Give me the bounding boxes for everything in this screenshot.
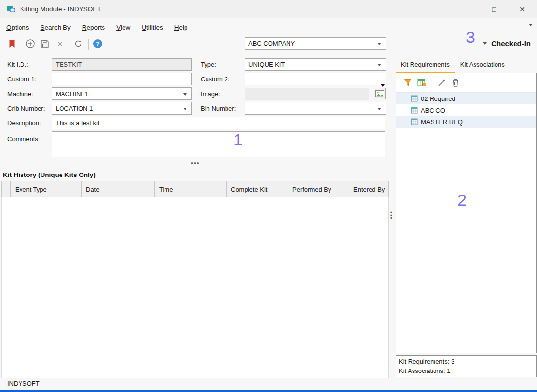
menu-reports[interactable]: Reports xyxy=(82,22,110,33)
machine-combo[interactable]: MACHINE1 xyxy=(52,87,192,100)
image-field[interactable] xyxy=(245,88,369,100)
svg-text:?: ? xyxy=(96,41,99,48)
menu-utilities[interactable]: Utilities xyxy=(142,22,168,33)
bottom-accent-strip xyxy=(0,390,537,392)
toolbar-separator xyxy=(88,39,89,50)
add-button[interactable] xyxy=(24,38,37,50)
right-panel-tabs: Kit Requirements Kit Associations xyxy=(396,58,511,74)
comments-field[interactable] xyxy=(52,131,385,157)
column-header-performed-by[interactable]: Performed By xyxy=(288,181,349,197)
menu-search-by[interactable]: Search By xyxy=(41,22,76,33)
delete-button[interactable] xyxy=(53,38,66,50)
requirement-grid-icon xyxy=(410,95,418,102)
company-combo[interactable]: ABC COMPANY xyxy=(245,37,386,50)
tab-kit-associations[interactable]: Kit Associations xyxy=(455,58,511,74)
status-chevron-down-icon[interactable] xyxy=(483,42,487,45)
kit-status: Checked-In xyxy=(483,39,531,48)
maximize-button[interactable]: □ xyxy=(480,0,508,18)
trash-icon xyxy=(452,78,459,87)
row-selector-header xyxy=(2,181,11,197)
custom1-field[interactable] xyxy=(52,73,192,85)
annotation-2: 2 xyxy=(457,191,467,210)
window-title: Kitting Module - INDYSOFT xyxy=(20,5,101,13)
refresh-button[interactable] xyxy=(72,38,84,50)
requirement-grid-icon xyxy=(410,118,418,125)
filter-icon xyxy=(404,79,413,87)
kit-history-body xyxy=(1,197,389,378)
column-header-event-type[interactable]: Event Type xyxy=(11,181,82,197)
machine-label: Machine: xyxy=(7,90,33,98)
horizontal-splitter-handle[interactable]: ••• xyxy=(191,159,200,167)
kit-associations-count: Kit Associations: 1 xyxy=(399,366,534,375)
column-header-date[interactable]: Date xyxy=(82,181,155,197)
bookmark-icon xyxy=(8,39,16,48)
status-bar: INDYSOFT xyxy=(0,377,537,390)
bookmark-button[interactable] xyxy=(5,38,18,50)
crib-number-combo[interactable]: LOCATION 1 xyxy=(52,102,192,115)
help-icon: ? xyxy=(93,39,103,49)
add-icon xyxy=(25,39,35,49)
chevron-down-icon xyxy=(377,108,381,110)
toolbar-separator xyxy=(21,39,21,50)
minimize-button[interactable]: – xyxy=(452,0,480,18)
kit-history-header: Event Type Date Time Complete Kit Perfor… xyxy=(1,181,389,197)
close-button[interactable]: ✕ xyxy=(508,0,537,18)
requirements-toolbar xyxy=(396,73,536,93)
tab-kit-requirements[interactable]: Kit Requirements xyxy=(396,58,455,74)
column-header-complete-kit[interactable]: Complete Kit xyxy=(227,181,288,197)
kit-history-table: Event Type Date Time Complete Kit Perfor… xyxy=(1,181,389,378)
requirement-item[interactable]: ABC CO xyxy=(396,104,536,116)
type-label: Type: xyxy=(201,61,216,68)
window-controls: – □ ✕ xyxy=(452,0,537,18)
title-bar: Kitting Module - INDYSOFT – □ ✕ xyxy=(0,0,537,18)
menu-overflow-chevron-icon[interactable] xyxy=(529,24,533,26)
comments-label: Comments: xyxy=(7,136,40,143)
image-picker-button[interactable] xyxy=(374,88,386,99)
chevron-down-icon xyxy=(377,43,381,45)
statusbar-text: INDYSOFT xyxy=(7,380,40,387)
bin-number-combo[interactable] xyxy=(245,102,386,115)
crib-number-label: Crib Number: xyxy=(7,105,45,112)
kit-id-field[interactable] xyxy=(52,58,192,71)
image-label: Image: xyxy=(201,90,220,98)
app-icon xyxy=(6,5,16,14)
menu-help[interactable]: Help xyxy=(174,22,193,33)
refresh-icon xyxy=(74,39,83,48)
delete-requirement-button[interactable] xyxy=(449,77,462,89)
edit-wand-button[interactable] xyxy=(435,77,449,89)
toolbar-separator xyxy=(432,78,432,88)
vertical-splitter-handle[interactable]: ••• xyxy=(389,211,393,220)
custom2-label: Custom 2: xyxy=(201,76,229,83)
custom2-field[interactable] xyxy=(245,73,386,85)
description-field[interactable] xyxy=(52,117,385,129)
save-button[interactable] xyxy=(39,38,51,50)
column-header-time[interactable]: Time xyxy=(155,181,227,197)
machine-combo-value: MACHINE1 xyxy=(56,90,88,98)
requirement-item[interactable]: 02 Required xyxy=(396,93,536,104)
crib-number-combo-value: LOCATION 1 xyxy=(56,105,93,112)
kit-requirements-count: Kit Requirements: 3 xyxy=(399,357,534,366)
chevron-down-icon xyxy=(183,93,187,96)
kit-id-label: Kit I.D.: xyxy=(7,61,28,68)
requirement-grid-icon xyxy=(410,107,418,114)
menu-options[interactable]: Options xyxy=(6,22,35,33)
requirements-summary: Kit Requirements: 3 Kit Associations: 1 xyxy=(396,355,537,377)
type-combo[interactable]: UNIQUE KIT xyxy=(245,58,386,71)
filter-button[interactable] xyxy=(401,77,415,89)
kit-requirements-panel: 02 Required ABC CO MASTER REQ xyxy=(396,73,537,353)
help-button[interactable]: ? xyxy=(91,38,104,50)
description-label: Description: xyxy=(7,119,41,127)
column-header-entered-by[interactable]: Entered By xyxy=(349,181,388,197)
company-combo-value: ABC COMPANY xyxy=(248,40,295,47)
image-menu-triangle-icon[interactable] xyxy=(381,84,385,87)
image-icon xyxy=(375,90,384,97)
menu-bar: Options Search By Reports View Utilities… xyxy=(0,20,537,35)
bin-number-label: Bin Number: xyxy=(201,105,236,112)
menu-view[interactable]: View xyxy=(116,22,136,33)
requirement-item[interactable]: MASTER REQ xyxy=(396,116,536,128)
requirement-label: 02 Required xyxy=(421,95,455,102)
grid-columns-icon xyxy=(417,79,426,87)
requirement-label: MASTER REQ xyxy=(421,118,463,126)
annotation-3: 3 xyxy=(466,28,475,47)
column-chooser-button[interactable] xyxy=(415,77,429,89)
